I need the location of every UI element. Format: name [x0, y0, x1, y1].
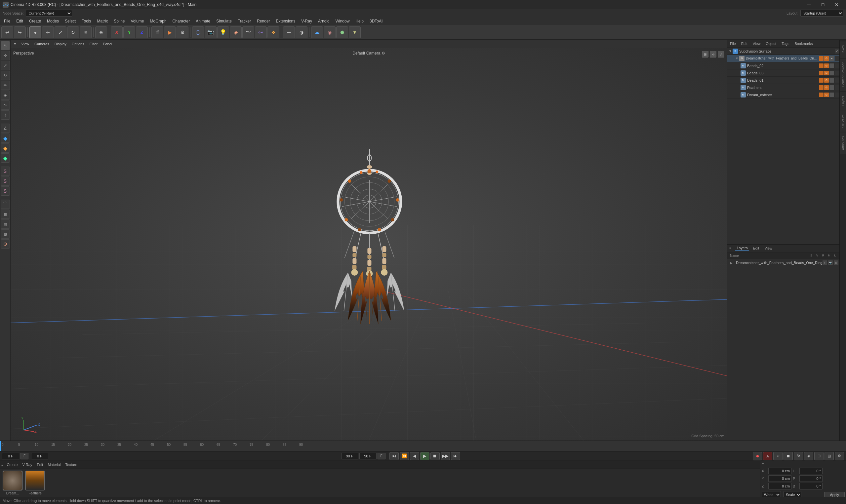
coord-h-val[interactable]	[799, 468, 823, 474]
left-tool-grid1[interactable]: ▦	[1, 210, 10, 219]
menu-matrix[interactable]: Matrix	[94, 18, 110, 24]
obj-tab-file[interactable]: File	[727, 41, 739, 47]
layer-render-btn[interactable]: ◉	[834, 260, 839, 265]
viewport-canvas[interactable]: Perspective Default Camera ⚙ ⊞ ⊹ ⤢ X	[11, 48, 727, 440]
obj-tab-bookmarks[interactable]: Bookmarks	[792, 41, 815, 47]
layer-cam-btn[interactable]: 📷	[828, 260, 833, 265]
mat-menu-icon[interactable]: ≡	[1, 463, 3, 467]
material-item-feathers[interactable]: Feathers	[25, 471, 45, 495]
obj-col-b03[interactable]	[819, 71, 824, 75]
left-tool-geo1[interactable]: ◆	[1, 133, 10, 143]
vray-cloud-btn[interactable]: ☁	[311, 26, 323, 38]
move-btn[interactable]: ✛	[42, 26, 54, 38]
offset-frame-input[interactable]	[31, 453, 48, 460]
coord-p-val[interactable]	[799, 475, 823, 482]
frame-unit-btn[interactable]: F	[20, 453, 29, 460]
menu-modes[interactable]: Modes	[44, 18, 61, 24]
mat-edit[interactable]: Edit	[35, 462, 44, 467]
layer-expand[interactable]: ▶	[730, 261, 733, 265]
scale-btn[interactable]: ⤢	[55, 26, 67, 38]
y-axis-btn[interactable]: Y	[123, 26, 135, 38]
obj-lock-1[interactable]	[835, 56, 840, 61]
menu-tracker[interactable]: Tracker	[235, 18, 254, 24]
menu-vray[interactable]: V-Ray	[299, 18, 315, 24]
obj-color-1[interactable]	[819, 56, 824, 61]
left-tool-sym3[interactable]: S	[1, 186, 10, 196]
vray-render-btn[interactable]: ⬟	[336, 26, 348, 38]
vp-view-btn[interactable]: View	[19, 41, 31, 47]
left-tool-rotate[interactable]: ↻	[1, 71, 10, 80]
left-tool-angle[interactable]: ∠	[1, 124, 10, 133]
subd-action-check[interactable]: ✓	[835, 49, 840, 54]
obj-col-dc[interactable]	[819, 92, 824, 97]
key-param-btn[interactable]: ◈	[804, 452, 813, 461]
obj-col-f[interactable]	[819, 85, 824, 90]
vray-extra-btn[interactable]: ▼	[349, 26, 361, 38]
obj-item-beads02[interactable]: M Beads_02 ⊡ ⋯	[727, 62, 846, 69]
key-pos-btn[interactable]: ⊕	[773, 452, 782, 461]
total-frame-unit-btn[interactable]: F	[378, 453, 385, 460]
left-tool-knife[interactable]: ⊹	[1, 110, 10, 120]
z-axis-btn[interactable]: Z	[136, 26, 148, 38]
material-thumb-feathers[interactable]	[25, 471, 45, 490]
shading-btn[interactable]: ◑	[295, 26, 307, 38]
mat-texture[interactable]: Texture	[64, 462, 79, 467]
mat-create[interactable]: Create	[5, 462, 19, 467]
vtab-takes[interactable]: Takes	[840, 41, 846, 58]
mat-material[interactable]: Material	[46, 462, 62, 467]
vp-menu-btn[interactable]: ≡	[12, 41, 18, 47]
layers-tab-view[interactable]: View	[763, 246, 774, 251]
menu-file[interactable]: File	[1, 18, 13, 24]
record-btn[interactable]: ⏺	[753, 452, 762, 461]
obj-camera-btn[interactable]: 📷	[205, 26, 217, 38]
obj-vis-b02[interactable]	[829, 64, 834, 68]
obj-vis-b03[interactable]	[829, 71, 834, 75]
obj-col-b02[interactable]	[819, 64, 824, 68]
obj-tag-b03[interactable]: ⊡	[824, 71, 829, 75]
obj-tab-view[interactable]: View	[750, 41, 763, 47]
next-step-btn[interactable]: ▶▶	[441, 452, 450, 460]
render-settings-btn[interactable]: ⚙	[177, 26, 188, 38]
left-tool-geo3[interactable]: ◆	[1, 154, 10, 163]
go-start-btn[interactable]: ⏮	[390, 452, 399, 460]
obj-item-beads03[interactable]: M Beads_03 ⊡ ⋯	[727, 69, 846, 77]
obj-tab-edit[interactable]: Edit	[739, 41, 750, 47]
vp-ctrl-2[interactable]: ⊹	[710, 51, 716, 57]
menu-window[interactable]: Window	[333, 18, 353, 24]
add-btn[interactable]: ⊕	[95, 26, 107, 38]
layout-select[interactable]: Startup (User)	[800, 10, 843, 17]
key-scale-btn[interactable]: ◼	[784, 452, 793, 461]
vtab-structure[interactable]: Structure	[840, 110, 846, 132]
subd-expand-icon[interactable]: ▼	[728, 49, 732, 53]
menu-render[interactable]: Render	[254, 18, 272, 24]
obj-vis-b01[interactable]	[829, 78, 834, 83]
layer-item-dreamcatcher[interactable]: ▶ Dreamcatcher_with_Feathers_and_Beads_O…	[727, 259, 846, 267]
menu-arnold[interactable]: Arnold	[316, 18, 332, 24]
left-tool-geo2[interactable]: ◆	[1, 143, 10, 153]
vp-cameras-btn[interactable]: Cameras	[32, 41, 51, 47]
left-tool-grid2[interactable]: ▤	[1, 219, 10, 229]
close-button[interactable]: ✕	[830, 0, 843, 9]
vp-panel-btn[interactable]: Panel	[101, 41, 114, 47]
vp-display-btn[interactable]: Display	[53, 41, 68, 47]
menu-animate[interactable]: Animate	[193, 18, 213, 24]
menu-spline[interactable]: Spline	[111, 18, 127, 24]
nodespace-select[interactable]: Current (V-Ray)	[26, 10, 72, 17]
obj-col-b01[interactable]	[819, 78, 824, 83]
left-tool-pointer[interactable]: ↖	[1, 41, 10, 50]
menu-select[interactable]: Select	[62, 18, 78, 24]
timeline-extra-btn[interactable]: ⚙	[835, 452, 844, 461]
maximize-button[interactable]: □	[816, 0, 829, 9]
prev-step-btn[interactable]: ◀	[410, 452, 419, 460]
obj-lock-b02[interactable]	[835, 64, 840, 68]
camera-settings-icon[interactable]: ⚙	[381, 51, 385, 55]
snap-btn[interactable]: ⊸	[283, 26, 295, 38]
auto-record-btn[interactable]: A	[763, 452, 772, 461]
vp-ctrl-1[interactable]: ⊞	[702, 51, 708, 57]
coord-menu-icon[interactable]: ≡	[762, 462, 764, 466]
motion-clip-btn[interactable]: ▤	[825, 452, 834, 461]
menu-edit[interactable]: Edit	[14, 18, 26, 24]
left-tool-paint[interactable]: ✏	[1, 80, 10, 90]
layers-tab-main[interactable]: Layers	[735, 245, 749, 251]
vp-filter-btn[interactable]: Filter	[88, 41, 100, 47]
